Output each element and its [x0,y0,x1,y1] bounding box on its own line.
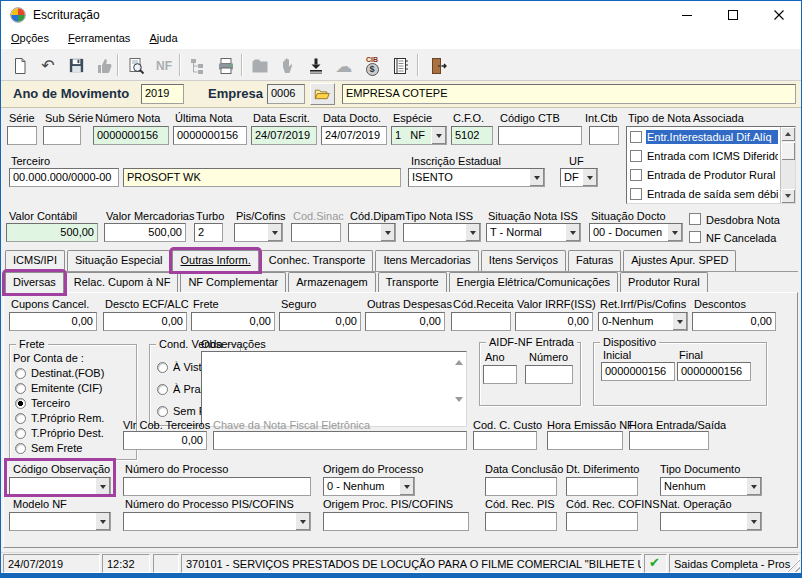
checkbox[interactable] [630,131,642,143]
dropdown-arrow-icon[interactable] [565,224,580,241]
dropdown-arrow-icon[interactable] [667,224,682,241]
minimize-button[interactable] [664,1,710,29]
terceiro-nome-field[interactable]: PROSOFT WK [123,168,401,187]
seguro-field[interactable]: 0,00 [279,312,361,331]
tab-situacao-especial[interactable]: Situação Especial [67,250,170,271]
tipo-documento-combo[interactable]: Nenhum [660,477,762,496]
cod-c-custo-field[interactable] [473,431,537,450]
hora-emissao-field[interactable] [547,431,623,450]
situacao-docto-combo[interactable]: 00 - Documen [589,223,683,242]
dropdown-arrow-icon[interactable] [399,478,414,495]
radio-tproprio-rem[interactable]: T.Próprio Rem. [15,412,104,424]
aidf-numero-field[interactable] [525,365,573,384]
dt-diferimento-field[interactable] [566,477,638,496]
checkbox[interactable] [630,150,642,162]
descontos-field[interactable]: 0,00 [692,312,776,331]
tab-relac-cupom[interactable]: Relac. Cupom à NF [66,272,179,293]
dropdown-arrow-icon[interactable] [529,169,544,186]
cfo-field[interactable]: 5102 [451,126,493,145]
list-item[interactable]: Entrada com ICMS Diferido [627,146,795,165]
radio-terceiro[interactable]: Terceiro [15,397,70,409]
chave-nfe-field[interactable] [213,431,467,450]
tab-itens-mercadorias[interactable]: Itens Mercadorias [375,250,478,271]
print-preview-button[interactable] [123,53,149,78]
dropdown-arrow-icon[interactable] [431,127,446,144]
list-item[interactable]: Entr.Interestadual Dif.Alíq [627,127,795,146]
radio-sem-frete[interactable]: Sem Frete [15,442,82,454]
dropdown-arrow-icon[interactable] [295,513,310,530]
dropdown-arrow-icon[interactable] [746,513,761,530]
dropdown-arrow-icon[interactable] [380,224,395,241]
cod-dipam-combo[interactable] [348,223,396,242]
radio-tproprio-dest[interactable]: T.Próprio Dest. [15,427,104,439]
ano-movimento-field[interactable]: 2019 [141,84,184,104]
serie-field[interactable] [7,126,37,145]
dispositivo-inicial-field[interactable]: 0000000156 [601,362,675,381]
desdobra-nota-checkbox[interactable] [689,213,701,225]
exit-button[interactable] [425,53,451,78]
undo-button[interactable]: ↶ [35,53,61,78]
cod-rec-cofins-field[interactable] [566,512,638,531]
num-processo-piscofins-combo[interactable] [123,512,311,531]
dropdown-arrow-icon[interactable] [95,513,110,530]
data-escrit-field[interactable]: 24/07/2019 [251,126,317,145]
numero-nota-field[interactable]: 0000000156 [93,126,169,145]
tab-itens-servicos[interactable]: Itens Serviços [481,250,566,271]
tipo-nota-associada-list[interactable]: Entr.Interestadual Dif.Alíq Entrada com … [626,126,796,204]
tab-diversas[interactable]: Diversas [5,272,64,293]
dropdown-arrow-icon[interactable] [267,224,282,241]
tab-transporte[interactable]: Transporte [378,272,447,293]
memo-scroll-up-icon[interactable] [455,356,463,365]
empresa-name-field[interactable]: EMPRESA COTEPE [342,84,796,104]
hora-entrada-saida-field[interactable] [629,431,709,450]
tab-faturas[interactable]: Faturas [568,250,621,271]
scrollbar-thumb[interactable] [781,142,795,160]
dropdown-arrow-icon[interactable] [582,169,597,186]
nat-operacao-combo[interactable] [660,512,762,531]
observacoes-textarea[interactable] [201,351,467,427]
report-button[interactable] [213,53,239,78]
menu-opcoes[interactable]: Opções [5,29,55,46]
outras-despesas-field[interactable]: 0,00 [365,312,445,331]
menu-ferramentas[interactable]: Ferramentas [62,29,136,46]
codigo-observacao-combo[interactable] [9,477,111,496]
save-button[interactable] [63,53,89,78]
menu-ajuda[interactable]: Ajuda [143,29,183,46]
cod-receita-field[interactable] [451,312,511,331]
memo-scroll-down-icon[interactable] [455,397,463,406]
list-item[interactable]: Entrada de saída sem débi [627,184,795,203]
dropdown-arrow-icon[interactable] [746,478,761,495]
scroll-down-button[interactable] [781,189,795,203]
radio-emitente-cif[interactable]: Emitente (CIF) [15,382,103,394]
cupons-cancel-field[interactable]: 0,00 [9,312,97,331]
tab-outras-inform[interactable]: Outras Inform. [172,250,258,271]
cib-button[interactable]: CIB $ [359,53,385,78]
numero-processo-field[interactable] [123,477,311,496]
tab-produtor-rural[interactable]: Produtor Rural [620,272,708,293]
dropdown-arrow-icon[interactable] [672,313,687,330]
cod-rec-pis-field[interactable] [485,512,557,531]
frete-valor-field[interactable]: 0,00 [191,312,275,331]
nf-cancelada-checkbox[interactable] [689,231,701,243]
tab-armazenagem[interactable]: Armazenagem [288,272,376,293]
new-document-button[interactable] [7,53,33,78]
import-button[interactable] [303,53,329,78]
tab-conhec-transporte[interactable]: Conhec. Transporte [261,250,374,271]
pis-cofins-combo[interactable] [234,223,283,242]
vlr-cob-terceiros-field[interactable]: 0,00 [123,431,207,450]
close-button[interactable] [756,1,801,29]
data-docto-field[interactable]: 24/07/2019 [321,126,387,145]
origem-proc-piscofins-field[interactable] [323,512,469,531]
uf-combo[interactable]: DF [560,168,598,187]
tab-energia-eletrica[interactable]: Energia Elétrica/Comunicações [449,272,618,293]
modelo-nf-combo[interactable] [9,512,111,531]
list-item[interactable]: Entrada de Produtor Rural [627,165,795,184]
data-conclusao-field[interactable] [485,477,557,496]
descto-ecf-field[interactable]: 0,00 [103,312,187,331]
empresa-code-field[interactable]: 0006 [267,84,305,104]
open-company-button[interactable] [310,83,335,105]
ledger-button[interactable] [387,53,413,78]
valor-irrf-field[interactable]: 0,00 [515,312,593,331]
inscricao-estadual-combo[interactable]: ISENTO [408,168,545,187]
situacao-nota-iss-combo[interactable]: T - Normal [486,223,581,242]
